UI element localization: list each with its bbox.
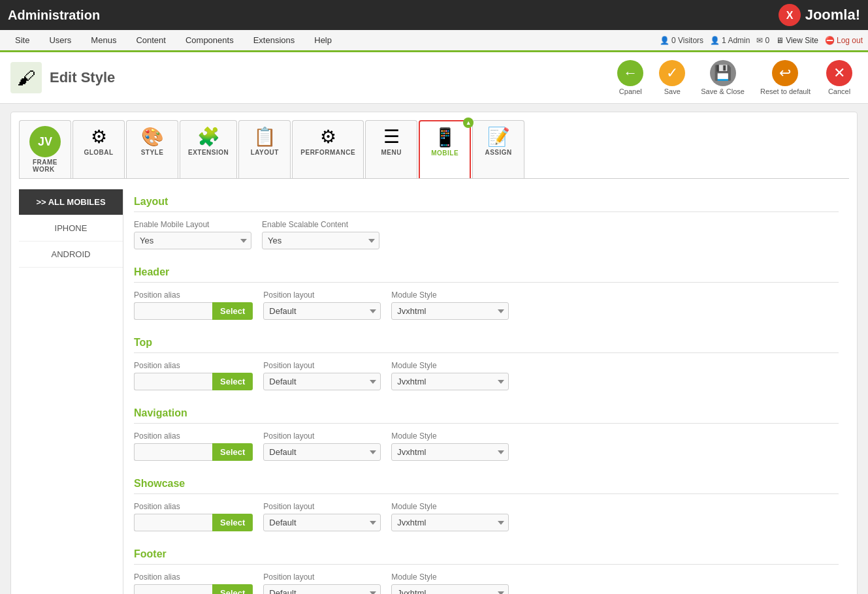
joomla-icon: X [778, 3, 801, 27]
messages-indicator: ✉ 0 [756, 36, 769, 45]
footer-module-style-select[interactable]: Jvxhtml [391, 584, 509, 594]
header-alias-wrap: Select [134, 302, 253, 320]
header-select-button[interactable]: Select [212, 302, 253, 320]
navigation-alias-group: Position alias Select [134, 431, 253, 461]
svg-text:X: X [786, 10, 793, 21]
save-close-icon: 💾 [710, 60, 736, 86]
nav-left: Site Users Menus Content Components Exte… [5, 31, 342, 50]
enable-scalable-label: Enable Scalable Content [262, 220, 379, 229]
view-site-link[interactable]: 🖥 View Site [776, 36, 818, 45]
save-close-button[interactable]: 💾 Save & Close [696, 57, 750, 98]
reset-default-button[interactable]: ↩ Reset to default [755, 57, 816, 98]
cpanel-button[interactable]: ← Cpanel [612, 57, 649, 98]
visitors-icon: 👤 [660, 36, 669, 45]
footer-position-row: Position alias Select Position layout De… [134, 572, 839, 594]
top-alias-group: Position alias Select [134, 361, 253, 390]
sidebar-item-iphone[interactable]: IPHONE [19, 215, 123, 242]
navigation-module-style-select[interactable]: Jvxhtml [391, 443, 509, 461]
footer-alias-group: Position alias Select [134, 572, 253, 594]
footer-section-title: Footer [134, 542, 839, 565]
showcase-layout-group: Position layout Default [263, 502, 381, 531]
nav-menus[interactable]: Menus [81, 31, 126, 50]
navigation-position-row: Position alias Select Position layout De… [134, 431, 839, 461]
layout-icon: 📋 [253, 126, 276, 148]
tab-framework[interactable]: JV FRAMEWORK [19, 120, 71, 178]
navigation-layout-label: Position layout [263, 431, 381, 441]
footer-section: Footer Position alias Select Position la… [134, 542, 839, 594]
showcase-layout-label: Position layout [263, 502, 381, 511]
sidebar-item-android[interactable]: ANDROID [19, 242, 123, 268]
footer-module-style-group: Module Style Jvxhtml [391, 572, 509, 594]
tab-performance[interactable]: ⚙ PERFORMANCE [292, 120, 364, 178]
top-alias-label: Position alias [134, 361, 253, 370]
visitors-count: 0 Visitors [671, 36, 703, 45]
save-button[interactable]: ✓ Save [654, 57, 690, 98]
nav-extensions[interactable]: Extensions [244, 31, 305, 50]
enable-mobile-layout-group: Enable Mobile Layout Yes No [134, 220, 251, 249]
navigation-select-button[interactable]: Select [212, 443, 253, 461]
top-position-row: Position alias Select Position layout De… [134, 361, 839, 390]
header-alias-label: Position alias [134, 290, 253, 300]
tab-extension[interactable]: 🧩 EXTENSION [180, 120, 237, 178]
showcase-alias-input[interactable] [134, 514, 212, 531]
navigation-layout-select[interactable]: Default [263, 443, 381, 461]
showcase-alias-wrap: Select [134, 514, 253, 531]
top-layout-select[interactable]: Default [263, 373, 381, 390]
tab-layout[interactable]: 📋 LAYOUT [238, 120, 291, 178]
sidebar-item-all-mobiles[interactable]: ALL MOBILES [19, 189, 123, 215]
footer-alias-input[interactable] [134, 584, 212, 594]
nav-users[interactable]: Users [39, 31, 81, 50]
nav-content[interactable]: Content [126, 31, 176, 50]
navigation-module-style-group: Module Style Jvxhtml [391, 431, 509, 461]
tab-style[interactable]: 🎨 STYLE [126, 120, 178, 178]
tab-assign[interactable]: 📝 ASSIGN [472, 120, 524, 178]
top-module-style-select[interactable]: Jvxhtml [391, 373, 509, 390]
menu-icon: ☰ [383, 126, 400, 148]
layout-section: Layout Enable Mobile Layout Yes No Enabl… [134, 189, 839, 249]
joomla-logo: X Joomla! [778, 3, 860, 27]
performance-icon: ⚙ [320, 126, 336, 148]
assign-icon: 📝 [487, 126, 510, 148]
nav-site[interactable]: Site [5, 31, 39, 50]
top-header: Administration X Joomla! [0, 0, 868, 30]
messages-icon: ✉ [756, 36, 763, 45]
footer-layout-select[interactable]: Default [263, 584, 381, 594]
showcase-select-button[interactable]: Select [212, 514, 253, 531]
enable-scalable-select[interactable]: Yes No [262, 232, 379, 249]
save-icon: ✓ [659, 60, 685, 86]
showcase-module-style-select[interactable]: Jvxhtml [391, 514, 509, 531]
top-module-style-label: Module Style [391, 361, 509, 370]
showcase-module-style-group: Module Style Jvxhtml [391, 502, 509, 531]
top-alias-input[interactable] [134, 373, 212, 390]
joomla-text: Joomla! [805, 7, 860, 23]
header-layout-group: Position layout Default [263, 290, 381, 320]
global-icon: ⚙ [91, 126, 107, 148]
monitor-icon: 🖥 [776, 36, 784, 45]
messages-count: 0 [765, 36, 769, 45]
navigation-alias-input[interactable] [134, 443, 212, 461]
header-module-style-select[interactable]: Jvxhtml [391, 302, 509, 320]
nav-right: 👤 0 Visitors 👤 1 Admin ✉ 0 🖥 View Site ⛔… [660, 36, 863, 45]
showcase-position-row: Position alias Select Position layout De… [134, 502, 839, 531]
top-layout-group: Position layout Default [263, 361, 381, 390]
tab-mobile[interactable]: 📱 MOBILE ▲ [419, 120, 471, 178]
header-layout-select[interactable]: Default [263, 302, 381, 320]
admin-icon: 👤 [710, 36, 720, 45]
logout-button[interactable]: ⛔ Log out [825, 36, 863, 45]
top-layout-label: Position layout [263, 361, 381, 370]
nav-components[interactable]: Components [176, 31, 244, 50]
tab-menu[interactable]: ☰ MENU [365, 120, 417, 178]
header-section-title: Header [134, 260, 839, 283]
navigation-layout-group: Position layout Default [263, 431, 381, 461]
header-alias-input[interactable] [134, 302, 212, 320]
nav-help[interactable]: Help [304, 31, 342, 50]
footer-select-button[interactable]: Select [212, 584, 253, 594]
top-select-button[interactable]: Select [212, 373, 253, 390]
cancel-button[interactable]: ✕ Cancel [821, 57, 858, 98]
enable-mobile-layout-select[interactable]: Yes No [134, 232, 251, 249]
tab-global[interactable]: ⚙ GLOBAL [72, 120, 125, 178]
showcase-layout-select[interactable]: Default [263, 514, 381, 531]
header-section: Header Position alias Select Position la… [134, 260, 839, 320]
showcase-section: Showcase Position alias Select Position … [134, 471, 839, 531]
main-panel: Layout Enable Mobile Layout Yes No Enabl… [123, 189, 849, 594]
